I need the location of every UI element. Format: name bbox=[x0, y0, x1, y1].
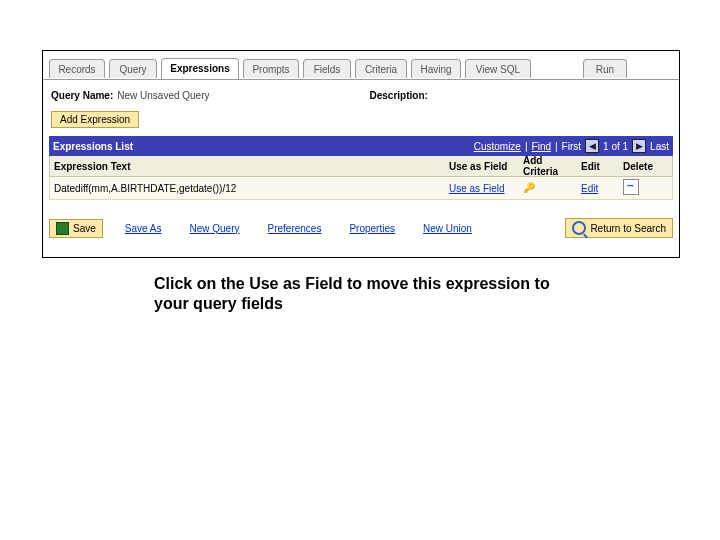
save-as-link[interactable]: Save As bbox=[125, 223, 162, 234]
list-separator: | bbox=[555, 141, 558, 152]
description-label: Description: bbox=[370, 90, 428, 101]
tab-having[interactable]: Having bbox=[411, 59, 461, 78]
column-header-row: Expression Text Use as Field Add Criteri… bbox=[49, 156, 673, 177]
find-link[interactable]: Find bbox=[532, 141, 551, 152]
query-name-label: Query Name: bbox=[51, 90, 113, 101]
col-add-criteria: Add Criteria bbox=[519, 155, 577, 177]
tab-records[interactable]: Records bbox=[49, 59, 105, 78]
expression-text-value: Datediff(mm,A.BIRTHDATE,getdate())/12 bbox=[50, 183, 445, 194]
expressions-list-header: Expressions List Customize | Find | Firs… bbox=[49, 136, 673, 156]
tab-query[interactable]: Query bbox=[109, 59, 157, 78]
col-use-as-field: Use as Field bbox=[445, 161, 519, 172]
new-union-link[interactable]: New Union bbox=[423, 223, 472, 234]
search-icon bbox=[572, 221, 586, 235]
page-count: 1 of 1 bbox=[603, 141, 628, 152]
add-criteria-icon[interactable]: 🔑 bbox=[523, 182, 535, 194]
col-expression-text: Expression Text bbox=[50, 161, 445, 172]
tab-expressions[interactable]: Expressions bbox=[161, 58, 239, 79]
new-query-link[interactable]: New Query bbox=[190, 223, 240, 234]
tab-prompts[interactable]: Prompts bbox=[243, 59, 299, 78]
first-label: First bbox=[562, 141, 581, 152]
tab-view-sql[interactable]: View SQL bbox=[465, 59, 531, 78]
col-edit: Edit bbox=[577, 161, 619, 172]
query-manager-panel: Records Query Expressions Prompts Fields… bbox=[42, 50, 680, 258]
last-label: Last bbox=[650, 141, 669, 152]
delete-icon[interactable] bbox=[623, 179, 639, 195]
tab-fields[interactable]: Fields bbox=[303, 59, 351, 78]
customize-link[interactable]: Customize bbox=[474, 141, 521, 152]
query-name-row: Query Name: New Unsaved Query Descriptio… bbox=[51, 90, 671, 101]
first-page-button[interactable]: ◀ bbox=[585, 139, 599, 153]
last-page-button[interactable]: ▶ bbox=[632, 139, 646, 153]
col-delete: Delete bbox=[619, 161, 661, 172]
save-label: Save bbox=[73, 223, 96, 234]
properties-link[interactable]: Properties bbox=[349, 223, 395, 234]
instruction-caption: Click on the Use as Field to move this e… bbox=[154, 274, 554, 314]
list-separator: | bbox=[525, 141, 528, 152]
tab-bar: Records Query Expressions Prompts Fields… bbox=[43, 57, 679, 80]
expressions-list-title: Expressions List bbox=[53, 141, 133, 152]
use-as-field-link[interactable]: Use as Field bbox=[449, 183, 505, 194]
save-button[interactable]: Save bbox=[49, 219, 103, 238]
query-name-value: New Unsaved Query bbox=[117, 90, 209, 101]
return-label: Return to Search bbox=[590, 223, 666, 234]
preferences-link[interactable]: Preferences bbox=[268, 223, 322, 234]
return-to-search-button[interactable]: Return to Search bbox=[565, 218, 673, 238]
save-disk-icon bbox=[56, 222, 69, 235]
tab-criteria[interactable]: Criteria bbox=[355, 59, 407, 78]
tab-run[interactable]: Run bbox=[583, 59, 627, 78]
expression-row: Datediff(mm,A.BIRTHDATE,getdate())/12 Us… bbox=[49, 177, 673, 200]
edit-link[interactable]: Edit bbox=[581, 183, 598, 194]
add-expression-button[interactable]: Add Expression bbox=[51, 111, 139, 128]
action-bar: Save Save As New Query Preferences Prope… bbox=[49, 218, 673, 238]
